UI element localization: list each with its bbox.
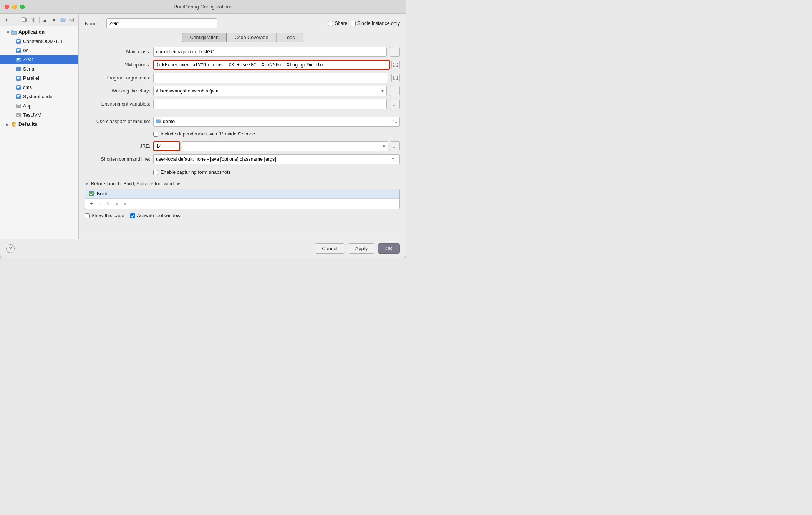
name-input[interactable]: [106, 18, 217, 28]
before-launch-section: ▼ Before launch: Build, Activate tool wi…: [85, 181, 400, 221]
tree-item-parallel[interactable]: ▶ Parallel: [0, 74, 78, 83]
bl-down-button[interactable]: ▼: [121, 200, 129, 208]
bl-up-button[interactable]: ▲: [113, 200, 121, 208]
remove-config-button[interactable]: −: [11, 16, 19, 24]
tree-group-application[interactable]: ▼ Application: [0, 28, 78, 37]
bl-edit-button[interactable]: ✎: [104, 200, 112, 208]
app-folder-svg: [11, 29, 17, 35]
before-launch-header[interactable]: ▼ Before launch: Build, Activate tool wi…: [85, 181, 400, 187]
working-dir-select[interactable]: /Users/wangshouwen/src/jvm: [153, 86, 387, 96]
activate-tool-label-text: Activate tool window: [137, 213, 180, 218]
tree-item-systemloader[interactable]: ▶ SystemLoader: [0, 92, 78, 101]
tab-logs[interactable]: Logs: [276, 33, 303, 42]
svg-rect-31: [17, 106, 19, 106]
move-up-button[interactable]: ▲: [41, 16, 49, 24]
share-checkbox[interactable]: [328, 21, 333, 26]
add-config-button[interactable]: +: [2, 16, 10, 24]
working-dir-browse-button[interactable]: ...: [390, 86, 400, 96]
expand-icon: [393, 63, 398, 67]
svg-rect-34: [17, 115, 19, 116]
vm-options-row: VM options:: [85, 60, 400, 70]
svg-rect-18: [17, 68, 20, 68]
jre-input[interactable]: [153, 141, 180, 151]
bl-remove-button[interactable]: −: [96, 200, 104, 208]
tabs-row: Configuration Code Coverage Logs: [85, 33, 400, 42]
show-page-checkbox[interactable]: [85, 213, 90, 218]
defaults-arrow: ▶: [6, 122, 11, 127]
help-button[interactable]: ?: [6, 244, 15, 253]
form-snapshots-row: Enable capturing form snapshots: [153, 170, 400, 175]
spacer1: [85, 112, 400, 114]
svg-rect-15: [17, 58, 20, 59]
svg-rect-19: [17, 69, 19, 69]
tree-item-app[interactable]: ▶ App: [0, 101, 78, 111]
settings-button[interactable]: [29, 16, 37, 24]
vm-options-expand-button[interactable]: [391, 61, 400, 69]
tab-configuration[interactable]: Configuration: [182, 33, 226, 42]
minimize-button[interactable]: [12, 5, 17, 9]
sort-button[interactable]: A Z: [68, 16, 76, 24]
svg-rect-10: [17, 41, 19, 42]
env-vars-input[interactable]: [153, 99, 387, 109]
tree-item-label: ZGC: [23, 57, 33, 63]
program-args-input[interactable]: [153, 73, 388, 83]
activate-tool-checkbox[interactable]: [130, 213, 135, 218]
sort-icon: A Z: [69, 17, 75, 23]
tree-item-cms[interactable]: ▶ cms: [0, 83, 78, 92]
program-args-expand-button[interactable]: [391, 74, 400, 82]
config-item-icon: [15, 112, 22, 118]
config-item-icon: [15, 66, 22, 72]
env-vars-row: Environment variables: ...: [85, 99, 400, 109]
form-snapshots-checkbox[interactable]: [153, 170, 158, 175]
cancel-button[interactable]: Cancel: [315, 243, 345, 254]
env-vars-browse-button[interactable]: ...: [390, 99, 400, 109]
right-panel: Name: Share Single instance only Configu…: [79, 14, 406, 239]
tree-item-zgc[interactable]: ▶ ZGC: [0, 55, 78, 64]
copy-config-button[interactable]: [20, 16, 28, 24]
include-deps-checkbox[interactable]: [153, 132, 158, 137]
form-snapshots-label: Enable capturing form snapshots: [161, 170, 231, 175]
tree-item-label: App: [23, 103, 31, 109]
main-class-row: Main class: ...: [85, 47, 400, 57]
ok-button[interactable]: OK: [378, 243, 400, 254]
module-select[interactable]: demo: [153, 117, 400, 127]
bottom-options: Show this page Activate tool window: [85, 213, 400, 221]
zoom-button[interactable]: [20, 5, 25, 9]
config-item-icon: [15, 57, 22, 63]
svg-rect-12: [17, 49, 20, 50]
working-dir-wrapper: /Users/wangshouwen/src/jvm ▼: [153, 86, 387, 96]
tree-item-constantoom[interactable]: ▶ ConstantOOM-1.8: [0, 37, 78, 46]
bl-add-button[interactable]: +: [88, 200, 95, 208]
jre-row: JRE: ▼ ...: [85, 141, 400, 151]
tree-item-g1[interactable]: ▶ G1: [0, 46, 78, 55]
config-item-icon: [15, 103, 22, 109]
env-vars-label: Environment variables:: [85, 101, 150, 107]
activate-tool-label: Activate tool window: [130, 213, 180, 218]
svg-rect-27: [17, 95, 20, 96]
main-class-input[interactable]: [153, 47, 387, 57]
left-toolbar: + − ▲ ▼: [0, 14, 78, 26]
tab-code-coverage[interactable]: Code Coverage: [227, 33, 277, 42]
folder-button[interactable]: [59, 16, 67, 24]
svg-rect-24: [17, 86, 20, 87]
jre-select[interactable]: [182, 141, 388, 151]
program-args-label: Program arguments:: [85, 75, 150, 81]
before-launch-item-build: Build: [85, 189, 399, 198]
tree-item-serial[interactable]: ▶ Serial: [0, 64, 78, 74]
jre-browse-button[interactable]: ...: [390, 141, 400, 151]
apply-button[interactable]: Apply: [348, 243, 375, 254]
single-instance-checkbox[interactable]: [351, 21, 356, 26]
tree-item-defaults[interactable]: ▶ ⚙ Defaults: [0, 120, 78, 129]
expand-arrow: ▼: [6, 30, 11, 35]
share-checkbox-label: Share: [328, 21, 347, 26]
tree-item-testjvm[interactable]: ▶ TestJVM: [0, 111, 78, 120]
jre-select-wrapper: ▼: [182, 141, 388, 151]
vm-options-input[interactable]: [153, 60, 390, 70]
tree-item-label: TestJVM: [23, 112, 41, 118]
main-class-browse-button[interactable]: ...: [390, 47, 400, 57]
single-instance-checkbox-label: Single instance only: [351, 21, 400, 26]
close-button[interactable]: [5, 5, 9, 9]
move-down-button[interactable]: ▼: [50, 16, 58, 24]
shorten-select[interactable]: user-local default: none - java [options…: [153, 154, 400, 164]
main-class-label: Main class:: [85, 49, 150, 54]
